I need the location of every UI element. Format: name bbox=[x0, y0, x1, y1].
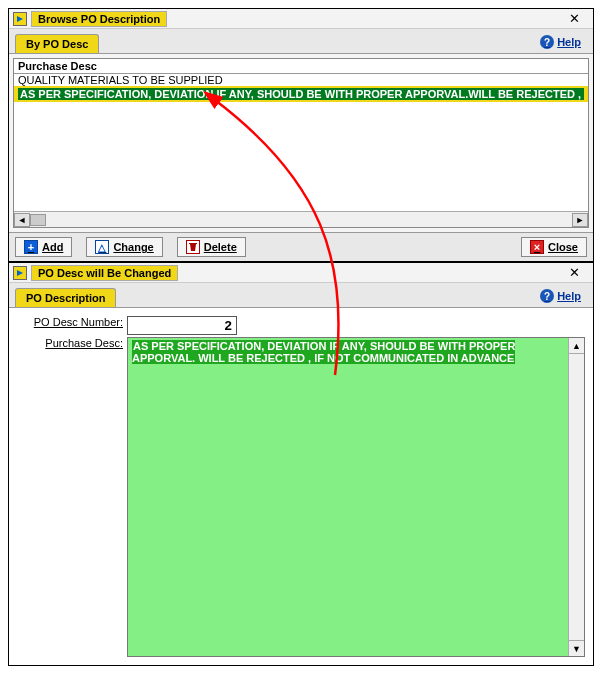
horizontal-scrollbar[interactable]: ◄ ► bbox=[14, 211, 588, 227]
app-icon bbox=[13, 266, 27, 280]
tab-by-po-desc[interactable]: By PO Desc bbox=[15, 34, 99, 53]
app-icon bbox=[13, 12, 27, 26]
add-button[interactable]: Add bbox=[15, 237, 72, 257]
change-tabbar: PO Description ? Help bbox=[9, 283, 593, 308]
add-button-label: Add bbox=[42, 241, 63, 253]
change-button-label: Change bbox=[113, 241, 153, 253]
close-button[interactable]: Close bbox=[521, 237, 587, 257]
help-icon: ? bbox=[540, 289, 554, 303]
trash-icon bbox=[186, 240, 200, 254]
close-button-label: Close bbox=[548, 241, 578, 253]
scroll-right-icon[interactable]: ► bbox=[572, 213, 588, 227]
browse-panel: Purchase Desc QUALITY MATERIALS TO BE SU… bbox=[9, 54, 593, 232]
tab-po-description-label: PO Description bbox=[26, 292, 105, 304]
help-label: Help bbox=[557, 290, 581, 302]
browse-window: Browse PO Description ✕ By PO Desc ? Hel… bbox=[8, 8, 594, 262]
delete-button[interactable]: Delete bbox=[177, 237, 246, 257]
scroll-down-icon[interactable]: ▼ bbox=[569, 640, 584, 656]
change-window-close-icon[interactable]: ✕ bbox=[559, 265, 589, 280]
tab-by-po-desc-label: By PO Desc bbox=[26, 38, 88, 50]
number-label: PO Desc Number: bbox=[17, 316, 127, 328]
change-titlebar: PO Desc will Be Changed ✕ bbox=[9, 263, 593, 283]
column-header-purchase-desc[interactable]: Purchase Desc bbox=[14, 59, 588, 74]
help-link[interactable]: ? Help bbox=[540, 33, 587, 53]
desc-text: AS PER SPECIFICATION, DEVIATION IF ANY, … bbox=[132, 340, 515, 364]
change-button[interactable]: Change bbox=[86, 237, 162, 257]
list-item-selected: AS PER SPECIFICATION, DEVIATION IF ANY, … bbox=[18, 88, 584, 100]
scroll-left-icon[interactable]: ◄ bbox=[14, 213, 30, 227]
help-icon: ? bbox=[540, 35, 554, 49]
help-label: Help bbox=[557, 36, 581, 48]
change-window: PO Desc will Be Changed ✕ PO Description… bbox=[8, 262, 594, 666]
change-title: PO Desc will Be Changed bbox=[31, 265, 178, 281]
desc-row: Purchase Desc: AS PER SPECIFICATION, DEV… bbox=[17, 337, 585, 657]
browse-titlebar: Browse PO Description ✕ bbox=[9, 9, 593, 29]
list-rows: QUALITY MATERIALS TO BE SUPPLIED AS PER … bbox=[14, 74, 588, 211]
scroll-up-icon[interactable]: ▲ bbox=[569, 338, 584, 354]
close-icon bbox=[530, 240, 544, 254]
po-desc-number-field[interactable] bbox=[127, 316, 237, 335]
browse-button-bar: Add Change Delete Close bbox=[9, 232, 593, 261]
browse-title: Browse PO Description bbox=[31, 11, 167, 27]
list-item[interactable]: QUALITY MATERIALS TO BE SUPPLIED bbox=[14, 74, 588, 86]
po-desc-list[interactable]: Purchase Desc QUALITY MATERIALS TO BE SU… bbox=[13, 58, 589, 228]
plus-icon bbox=[24, 240, 38, 254]
delete-button-label: Delete bbox=[204, 241, 237, 253]
number-row: PO Desc Number: bbox=[17, 316, 585, 335]
desc-label: Purchase Desc: bbox=[17, 337, 127, 349]
tab-po-description[interactable]: PO Description bbox=[15, 288, 116, 307]
purchase-desc-textarea[interactable]: AS PER SPECIFICATION, DEVIATION IF ANY, … bbox=[127, 337, 585, 657]
help-link[interactable]: ? Help bbox=[540, 287, 587, 307]
change-icon bbox=[95, 240, 109, 254]
browse-tabbar: By PO Desc ? Help bbox=[9, 29, 593, 54]
change-form: PO Desc Number: Purchase Desc: AS PER SP… bbox=[9, 308, 593, 665]
scroll-thumb[interactable] bbox=[30, 214, 46, 226]
vertical-scrollbar[interactable]: ▲ ▼ bbox=[568, 338, 584, 656]
browse-window-close-icon[interactable]: ✕ bbox=[559, 11, 589, 26]
list-item-selected-wrap[interactable]: AS PER SPECIFICATION, DEVIATION IF ANY, … bbox=[14, 86, 588, 102]
